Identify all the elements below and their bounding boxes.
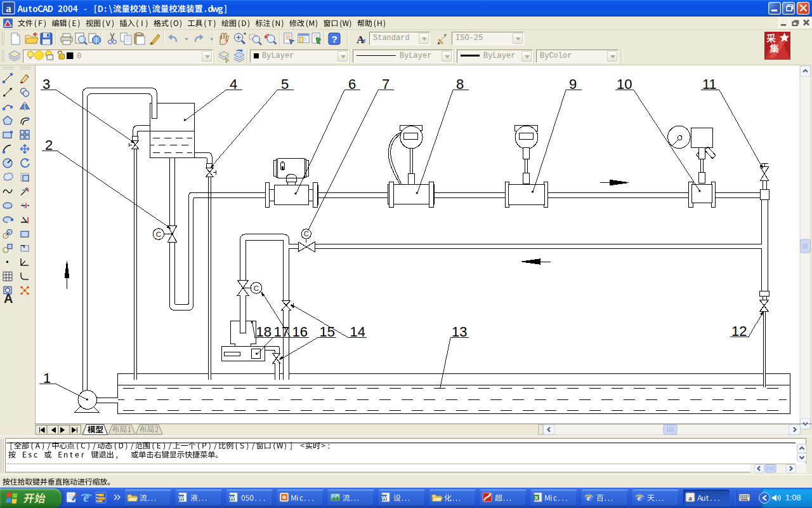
svg-text:A: A (357, 34, 365, 46)
svg-text:X: X (534, 495, 538, 501)
svg-text:7: 7 (382, 76, 390, 92)
svg-text:4: 4 (230, 76, 237, 92)
svg-text:3: 3 (43, 76, 50, 92)
svg-text:14: 14 (350, 324, 365, 340)
svg-text:16: 16 (292, 324, 308, 340)
svg-text:C: C (304, 230, 309, 237)
svg-text:a: a (6, 3, 11, 14)
svg-text:6: 6 (348, 76, 356, 92)
svg-text:?: ? (331, 34, 337, 44)
svg-text:1: 1 (43, 370, 51, 386)
svg-text:W: W (178, 495, 184, 501)
svg-text:e: e (638, 493, 641, 502)
svg-text:12: 12 (731, 323, 747, 339)
svg-text:A: A (4, 291, 13, 305)
svg-text:8: 8 (456, 76, 464, 92)
svg-text:e: e (83, 490, 89, 505)
svg-text:a: a (688, 494, 692, 502)
svg-text:1:08: 1:08 (785, 493, 801, 502)
svg-text:10: 10 (617, 76, 632, 92)
svg-text:15: 15 (320, 324, 335, 340)
svg-text:18: 18 (256, 324, 272, 340)
svg-text:0: 0 (77, 52, 82, 61)
svg-text:C: C (254, 284, 259, 292)
svg-text:2: 2 (45, 137, 53, 153)
svg-text:17: 17 (274, 324, 289, 340)
svg-text:13: 13 (452, 324, 467, 340)
svg-text:9: 9 (569, 76, 577, 92)
svg-text:W: W (381, 495, 387, 501)
svg-text:11: 11 (702, 76, 717, 92)
svg-text:W: W (229, 495, 235, 501)
svg-text:5: 5 (281, 76, 289, 92)
svg-text:e: e (587, 493, 591, 502)
svg-text:C: C (156, 231, 161, 238)
